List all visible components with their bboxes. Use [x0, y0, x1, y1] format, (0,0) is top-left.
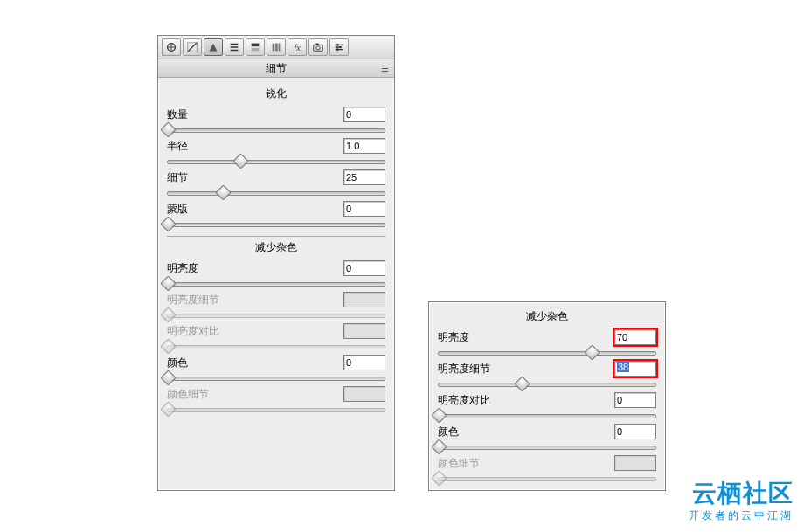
svg-rect-2 [252, 44, 260, 47]
input2-color-detail [614, 455, 656, 471]
sharpen-title: 锐化 [167, 86, 385, 101]
input-mask[interactable] [343, 201, 385, 217]
label-lum-detail: 明亮度细节 [167, 293, 219, 307]
panel-tab-header: 细节 ☰ [158, 59, 394, 78]
svg-rect-9 [315, 44, 319, 45]
label-color-detail: 颜色细节 [167, 387, 209, 402]
tab-camera[interactable] [308, 38, 328, 56]
tab-lens[interactable] [267, 38, 286, 56]
input2-color[interactable] [614, 424, 656, 439]
tab-split[interactable] [246, 38, 265, 56]
row2-color-detail: 颜色细节 [438, 455, 656, 483]
row-lum-contrast: 明亮度对比 [167, 323, 385, 351]
watermark-title: 云栖社区 [689, 477, 794, 510]
label-radius: 半径 [167, 139, 188, 154]
slider-lum-contrast [167, 341, 385, 351]
noise-panel-2: 减少杂色 明亮度 明亮度细节 38 明亮度对比 颜色 [428, 301, 666, 491]
slider-lum-detail [167, 309, 385, 320]
slider-color-detail [167, 404, 385, 414]
label2-color-detail: 颜色细节 [438, 456, 480, 471]
row-color: 颜色 [167, 355, 385, 383]
label2-lum-contrast: 明亮度对比 [438, 393, 490, 408]
input-detail[interactable] [343, 169, 385, 185]
slider-color[interactable] [167, 372, 385, 383]
svg-rect-5 [275, 44, 278, 52]
row2-lum-contrast: 明亮度对比 [438, 392, 656, 420]
input-luminance[interactable] [343, 260, 385, 276]
input-amount[interactable] [343, 107, 385, 122]
row2-luminance: 明亮度 [438, 329, 656, 357]
label-amount: 数量 [167, 107, 188, 122]
slider-amount[interactable] [167, 124, 385, 135]
svg-rect-3 [252, 48, 260, 52]
input-radius[interactable] [343, 138, 385, 154]
slider2-color[interactable] [438, 441, 656, 452]
row-lum-detail: 明亮度细节 [167, 292, 385, 320]
slider-mask[interactable] [167, 218, 385, 229]
noise2-title: 减少杂色 [438, 309, 656, 324]
input2-lum-contrast[interactable] [614, 392, 656, 408]
label-detail: 细节 [167, 170, 188, 185]
panel-tab-label: 细节 [266, 61, 287, 76]
row-detail: 细节 [167, 169, 385, 197]
svg-point-12 [336, 48, 339, 51]
label2-lum-detail: 明亮度细节 [438, 362, 490, 377]
watermark: 云栖社区 开发者的云中江湖 [689, 477, 794, 523]
input-color[interactable] [343, 355, 385, 370]
watermark-subtitle: 开发者的云中江湖 [689, 508, 794, 523]
input-lum-contrast [343, 323, 385, 339]
tab-fx[interactable]: fx [288, 38, 307, 56]
input-lum-detail [343, 292, 385, 307]
label-lum-contrast: 明亮度对比 [167, 324, 219, 339]
tab-curve[interactable] [183, 38, 202, 56]
slider-detail[interactable] [167, 187, 385, 197]
row-radius: 半径 [167, 138, 385, 166]
detail-panel: fx 细节 ☰ 锐化 数量 半径 细节 [157, 35, 395, 491]
panel-toolbar: fx [158, 36, 394, 59]
row-mask: 蒙版 [167, 201, 385, 229]
tab-presets[interactable] [329, 38, 349, 56]
section-divider [167, 236, 385, 237]
label-color: 颜色 [167, 356, 188, 370]
tab-hsl[interactable] [225, 38, 244, 56]
svg-rect-6 [279, 44, 281, 52]
svg-rect-4 [273, 44, 275, 52]
noise-title: 减少杂色 [167, 240, 385, 255]
input2-lum-detail[interactable]: 38 [614, 361, 656, 377]
row-luminance: 明亮度 [167, 260, 385, 288]
tab-detail[interactable] [204, 38, 223, 56]
input-color-detail [343, 386, 385, 402]
slider-luminance[interactable] [167, 278, 385, 288]
slider2-lum-detail[interactable] [438, 378, 656, 389]
input2-luminance[interactable] [614, 329, 656, 345]
svg-point-8 [316, 46, 320, 50]
svg-point-11 [339, 46, 342, 49]
panel-menu-icon[interactable]: ☰ [381, 64, 389, 73]
label2-color: 颜色 [438, 425, 459, 439]
slider2-luminance[interactable] [438, 347, 656, 357]
label-luminance: 明亮度 [167, 261, 198, 276]
row-amount: 数量 [167, 107, 385, 135]
row2-color: 颜色 [438, 424, 656, 452]
slider2-lum-contrast[interactable] [438, 410, 656, 420]
label-mask: 蒙版 [167, 202, 188, 217]
row-color-detail: 颜色细节 [167, 386, 385, 414]
slider-radius[interactable] [167, 155, 385, 166]
label2-luminance: 明亮度 [438, 330, 469, 345]
slider2-color-detail [438, 473, 656, 483]
tab-basic[interactable] [162, 38, 181, 56]
svg-point-10 [336, 44, 339, 46]
row2-lum-detail: 明亮度细节 38 [438, 361, 656, 389]
